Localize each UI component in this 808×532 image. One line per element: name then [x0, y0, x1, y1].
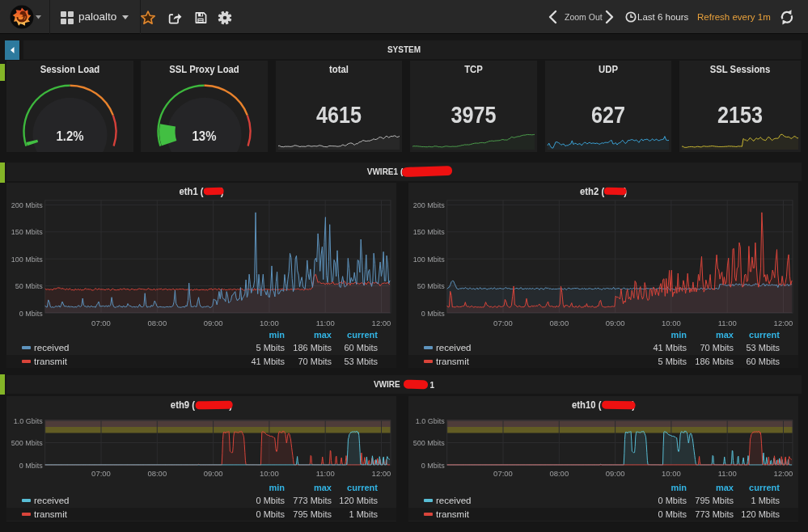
- svg-text:08:00: 08:00: [147, 469, 167, 478]
- svg-text:11:00: 11:00: [316, 319, 335, 327]
- svg-text:3975: 3975: [451, 100, 496, 128]
- svg-text:50 Mbits: 50 Mbits: [15, 282, 44, 290]
- svg-text:150 Mbits: 150 Mbits: [413, 228, 446, 236]
- svg-text:11:00: 11:00: [718, 319, 737, 327]
- svg-text:07:00: 07:00: [91, 469, 111, 478]
- svg-text:08:00: 08:00: [549, 319, 569, 327]
- svg-text:11:00: 11:00: [718, 469, 737, 478]
- svg-text:0 Mbits: 0 Mbits: [19, 310, 44, 318]
- svg-text:10:00: 10:00: [260, 469, 279, 478]
- svg-text:09:00: 09:00: [204, 319, 223, 327]
- svg-text:0 Mbits: 0 Mbits: [421, 462, 446, 470]
- svg-text:11:00: 11:00: [316, 469, 335, 478]
- svg-text:12:00: 12:00: [774, 469, 793, 478]
- svg-text:50 Mbits: 50 Mbits: [417, 282, 446, 290]
- svg-text:12:00: 12:00: [774, 319, 793, 327]
- svg-text:100 Mbits: 100 Mbits: [413, 255, 446, 264]
- svg-text:12:00: 12:00: [372, 319, 391, 327]
- svg-text:2153: 2153: [717, 100, 763, 128]
- svg-text:07:00: 07:00: [493, 469, 513, 478]
- svg-text:08:00: 08:00: [147, 319, 167, 327]
- svg-text:200 Mbits: 200 Mbits: [413, 201, 446, 209]
- svg-text:09:00: 09:00: [606, 319, 625, 327]
- svg-text:10:00: 10:00: [662, 319, 681, 327]
- svg-text:07:00: 07:00: [91, 319, 111, 327]
- svg-text:09:00: 09:00: [606, 469, 625, 478]
- svg-text:0 Mbits: 0 Mbits: [421, 310, 446, 318]
- svg-text:500 Mbits: 500 Mbits: [11, 439, 44, 447]
- svg-text:13%: 13%: [192, 129, 217, 143]
- svg-text:0 Mbits: 0 Mbits: [19, 462, 44, 470]
- svg-text:200 Mbits: 200 Mbits: [11, 201, 44, 209]
- svg-text:100 Mbits: 100 Mbits: [11, 255, 44, 264]
- svg-text:08:00: 08:00: [549, 469, 569, 478]
- svg-text:1.0 Gbits: 1.0 Gbits: [14, 417, 44, 425]
- svg-text:10:00: 10:00: [260, 319, 279, 327]
- svg-text:4615: 4615: [316, 100, 362, 128]
- svg-text:1.0 Gbits: 1.0 Gbits: [416, 417, 446, 425]
- svg-text:150 Mbits: 150 Mbits: [11, 228, 44, 236]
- svg-text:12:00: 12:00: [372, 469, 391, 478]
- svg-text:500 Mbits: 500 Mbits: [413, 439, 446, 447]
- svg-text:627: 627: [591, 100, 625, 128]
- svg-text:1.2%: 1.2%: [56, 129, 83, 143]
- svg-text:07:00: 07:00: [493, 319, 513, 327]
- svg-text:10:00: 10:00: [662, 469, 681, 478]
- svg-text:09:00: 09:00: [204, 469, 223, 478]
